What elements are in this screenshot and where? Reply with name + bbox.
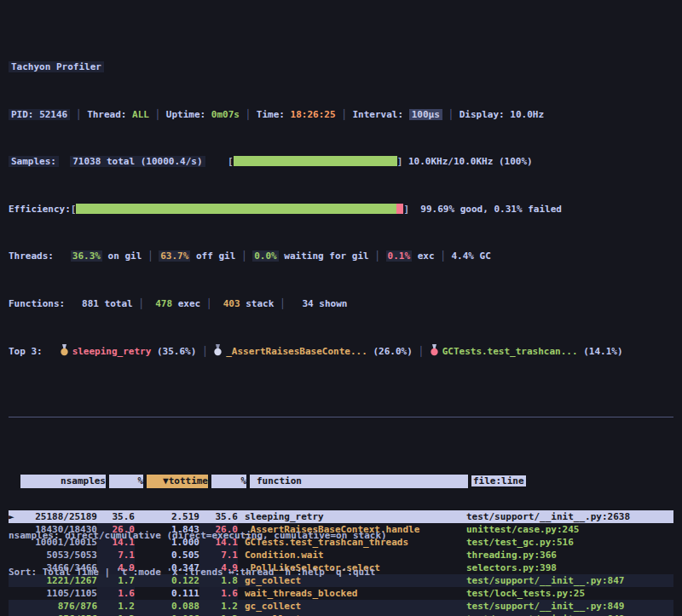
functions-total-label: total [99,298,133,309]
table-top-divider [9,417,673,417]
top3-second-name: _AssertRaisesBaseConte... [226,346,367,357]
top3-first-name: sleeping_retry [72,346,152,357]
pid-label: PID: [11,109,34,120]
efficiency-label: Efficiency: [9,204,71,215]
separator: │ [200,298,217,309]
functions-stack: 403 [217,298,240,309]
column-header-pct-cumulative[interactable]: % [211,475,250,488]
samples-label: Samples: [9,156,59,167]
uptime-label: Uptime: [166,109,205,120]
separator: │ [196,346,213,357]
file-line-cell: unittest/case.py:245 [459,523,673,536]
nsamples-cell: 856/856 [20,613,97,616]
functions-label: Functions: [9,298,65,309]
functions-exec: 478 [150,298,173,309]
separator: │ [435,250,452,262]
top3-third-pct: (14.1%) [583,346,622,357]
file-line-cell: test/support/__init__.py:849 [459,600,673,613]
threads-on-gil-pct: 36.3% [71,250,102,262]
function-table-header: nsamples % ▼tottime % function file:line [9,475,673,488]
separator: │ [142,250,159,262]
app-title: Tachyon Profiler [9,61,104,72]
threads-waiting-pct: 0.0% [252,250,279,262]
threads-label: Threads: [9,250,54,262]
header-spacer [9,475,20,488]
pid-group: PID: 52146 [9,109,70,120]
threads-off-gil-label: off gil [190,250,235,262]
footer-nsamples-hint: nsamples: direct/cumulative (direct=exec… [9,529,387,544]
separator: │ [70,109,87,120]
separator: │ [240,109,257,120]
tottime-cell: 0.086 [135,613,199,616]
threads-gc-pct: 4.4% [451,250,474,262]
tachyon-profiler-window: Tachyon Profiler PID: 52146 │ Thread: AL… [0,0,682,616]
threads-line: Threads: 36.3% on gil │ 63.7% off gil │ … [9,250,673,264]
interval-value: 100µs [409,109,442,120]
samples-bar [234,156,397,166]
threads-exc-pct: 0.1% [386,250,413,262]
top3-label: Top 3: [9,346,43,357]
efficiency-bar [76,204,403,214]
separator: │ [442,109,459,120]
display-label: Display: [459,109,505,120]
column-header-file-line[interactable]: file:line [471,475,673,488]
threads-off-gil-pct: 63.7% [159,250,190,262]
time-label: Time: [257,109,285,120]
column-header-pct-direct[interactable]: % [109,475,147,488]
efficiency-line: Efficiency:[] 99.69% good, 0.31% failed [9,203,673,217]
threads-waiting-label: waiting for gil [279,250,369,262]
thread-value[interactable]: ALL [132,109,149,120]
separator: │ [369,250,386,262]
samples-total: 71038 total (10000.4/s) [70,156,205,167]
bronze-medal-icon [430,344,439,356]
file-line-cell: test/lock_tests.py:25 [459,587,673,600]
functions-total: 881 [82,298,99,309]
samples-rate: 10.0KHz/10.0KHz (100%) [408,156,533,167]
pct-direct-cell: 1.2 [97,613,135,616]
threads-on-gil-label: on gil [102,250,142,262]
header-section: Tachyon Profiler PID: 52146 │ Thread: AL… [0,33,682,381]
functions-shown-label: shown [314,298,348,309]
file-line-cell: test/support/__init__.py:2638 [459,510,673,523]
file-line-cell: test/support/__init__.py:848 [459,613,673,616]
threads-gc-label: GC [474,250,491,262]
gold-medal-icon [60,344,69,356]
time-value: 18:26:25 [291,109,336,120]
top3-second-pct: (26.0%) [373,346,412,357]
separator: │ [336,109,353,120]
efficiency-bar-good [76,204,396,214]
selection-arrow-icon [9,613,20,616]
display-value: 10.0Hz [510,109,544,120]
silver-medal-icon [213,344,223,356]
separator: │ [235,250,252,262]
top3-line: Top 3: sleeping_retry (35.6%) │ _AssertR… [9,344,673,359]
table-row[interactable]: 856/856 1.2 0.086 1.2 gc_collect test/su… [9,613,673,616]
pct-cumulative-cell: 1.2 [199,613,238,616]
functions-stack-label: stack [240,298,275,309]
functions-shown: 34 [291,298,314,309]
column-header-function[interactable]: function [250,475,471,488]
file-line-cell: selectors.py:398 [459,561,673,574]
interval-label: Interval: [352,109,403,120]
top3-first-pct: (35.6%) [157,346,196,357]
footer-help: nsamples: direct/cumulative (direct=exec… [9,507,387,602]
file-line-cell: test/test_gc.py:516 [459,536,673,549]
thread-label: Thread: [87,109,126,120]
samples-line: Samples: 71038 total (10000.4/s) [] 10.0… [9,155,673,170]
pid-value: 52146 [39,109,67,120]
column-header-nsamples[interactable]: nsamples [20,475,109,488]
uptime-value: 0m07s [211,109,240,120]
separator: │ [413,346,430,357]
separator: │ [149,109,166,120]
functions-line: Functions: 881 total │ 478 exec │ 403 st… [9,297,673,312]
separator: │ [133,298,150,309]
column-header-tottime-sorted[interactable]: ▼tottime [147,475,211,488]
bar-open-bracket: [ [71,204,77,215]
status-line: PID: 52146 │ Thread: ALL │ Uptime: 0m07s… [9,108,673,123]
app-title-line: Tachyon Profiler [9,60,673,75]
functions-exec-label: exec [172,298,200,309]
top3-third-name: GCTests.test_trashcan... [442,346,578,357]
efficiency-summary: 99.69% good, 0.31% failed [420,204,562,215]
file-line-cell: test/support/__init__.py:847 [459,574,673,587]
file-line-cell: threading.py:366 [459,549,673,561]
